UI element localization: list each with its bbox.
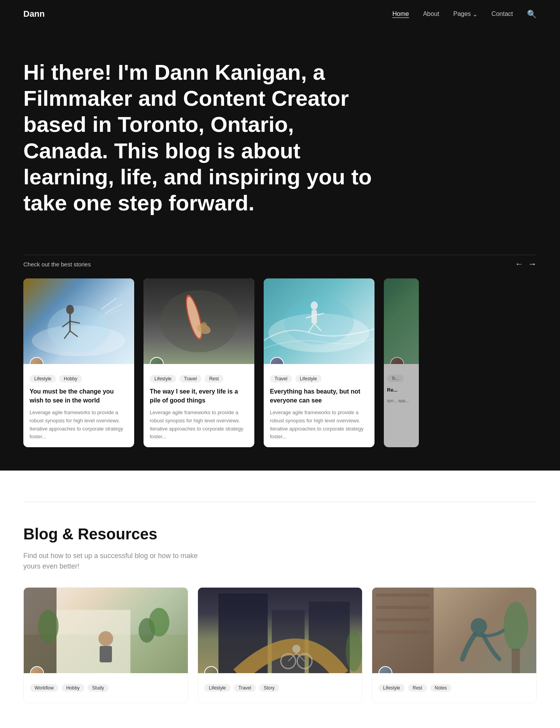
tag-hobby[interactable]: Hobby: [61, 684, 84, 692]
blog-card-image: [24, 588, 188, 673]
story-card-image: [264, 278, 374, 364]
svg-point-15: [201, 322, 207, 328]
blog-cards-container: Workflow Hobby Study: [23, 587, 537, 703]
tag-lifestyle[interactable]: Lifestyle: [30, 375, 56, 383]
tag-hobby[interactable]: Hobby: [59, 375, 82, 383]
stories-section: Check out the best stories ← →: [0, 255, 560, 471]
svg-rect-43: [376, 593, 430, 597]
story-excerpt-partial: syn... app...: [387, 397, 416, 404]
nav-pages[interactable]: Pages ⌄: [453, 10, 477, 18]
story-card-image: [144, 278, 254, 364]
tag-notes[interactable]: Notes: [430, 684, 452, 692]
story-title: The way I see it, every life is a pile o…: [150, 387, 248, 405]
blog-subtitle: Find out how to set up a successful blog…: [23, 551, 198, 572]
stories-prev-button[interactable]: ←: [515, 259, 523, 269]
search-icon[interactable]: 🔍: [527, 9, 537, 19]
story-card-image: [23, 278, 134, 364]
story-excerpt: Leverage agile frameworks to provide a r…: [30, 409, 128, 441]
svg-point-29: [38, 610, 59, 642]
blog-card-image: [198, 588, 362, 673]
svg-line-8: [101, 298, 117, 310]
story-card-partial: Tr... Re... syn... app...: [384, 278, 419, 447]
blog-card[interactable]: Lifestyle Travel Story: [198, 587, 362, 703]
hero-heading: Hi there! I'm Dann Kanigan, a Filmmaker …: [23, 59, 373, 216]
tag-row: Lifestyle Travel Rest: [150, 375, 248, 383]
svg-point-31: [149, 608, 170, 637]
story-excerpt: Leverage agile frameworks to provide a r…: [270, 409, 368, 441]
story-title-partial: Re...: [387, 387, 416, 394]
tag-row: Travel Lifestyle: [270, 375, 368, 383]
svg-point-48: [504, 602, 528, 651]
tag-lifestyle[interactable]: Lifestyle: [295, 375, 322, 383]
nav-home[interactable]: Home: [392, 10, 409, 18]
tag-rest[interactable]: Rest: [205, 375, 224, 383]
tag-travel[interactable]: Travel: [270, 375, 292, 383]
nav-contact[interactable]: Contact: [492, 10, 513, 18]
story-excerpt: Leverage agile frameworks to provide a r…: [150, 409, 248, 441]
chevron-down-icon: ⌄: [472, 10, 478, 18]
tag-travel[interactable]: Travel: [234, 684, 256, 692]
svg-point-2: [66, 305, 74, 314]
tag-story[interactable]: Story: [259, 684, 279, 692]
tag-travel[interactable]: Travel: [179, 375, 201, 383]
svg-point-39: [292, 645, 301, 653]
story-title: You must be the change you wish to see i…: [30, 387, 128, 405]
svg-rect-44: [376, 606, 430, 609]
blog-card-body: Lifestyle Rest Notes: [372, 673, 536, 703]
section-divider: [23, 502, 537, 502]
story-card-body: Travel Lifestyle Everything has beauty, …: [264, 364, 374, 447]
svg-point-1: [47, 306, 110, 352]
hero-section: Hi there! I'm Dann Kanigan, a Filmmaker …: [0, 28, 560, 255]
blog-card-body: Workflow Hobby Study: [24, 673, 188, 703]
story-card-body: Lifestyle Travel Rest The way I see it, …: [144, 364, 254, 447]
blog-section: Blog & Resources Find out how to set up …: [0, 471, 560, 726]
blog-card-body: Lifestyle Travel Story: [198, 673, 362, 703]
stories-header: Check out the best stories ← →: [23, 255, 537, 269]
stories-next-button[interactable]: →: [528, 259, 537, 269]
blog-card[interactable]: Lifestyle Rest Notes: [372, 587, 537, 703]
svg-rect-26: [56, 610, 130, 673]
svg-point-40: [346, 630, 362, 672]
blog-heading: Blog & Resources: [23, 525, 537, 543]
svg-point-18: [311, 301, 318, 310]
tag-study[interactable]: Study: [88, 684, 109, 692]
stories-cards-container: Lifestyle Hobby You must be the change y…: [23, 278, 537, 447]
tag-lifestyle[interactable]: Lifestyle: [378, 684, 405, 692]
story-card-body: Lifestyle Hobby You must be the change y…: [23, 364, 134, 447]
svg-rect-49: [512, 649, 520, 674]
tag-partial[interactable]: Tr...: [387, 375, 404, 382]
site-logo[interactable]: Dann: [23, 9, 45, 19]
story-title: Everything has beauty, but not everyone …: [270, 387, 368, 405]
avatar: [390, 357, 404, 364]
blog-card-image: [372, 588, 536, 673]
tag-row: Lifestyle Travel Story: [204, 684, 356, 692]
story-card[interactable]: Travel Lifestyle Everything has beauty, …: [264, 278, 374, 447]
navbar: Dann Home About Pages ⌄ Contact 🔍: [0, 0, 560, 28]
tag-workflow[interactable]: Workflow: [30, 684, 58, 692]
story-card-image-partial: [384, 278, 419, 364]
tag-lifestyle[interactable]: Lifestyle: [204, 684, 231, 692]
nav-about[interactable]: About: [423, 10, 439, 18]
blog-card[interactable]: Workflow Hobby Study: [23, 587, 188, 703]
tag-row: Lifestyle Rest Notes: [378, 684, 530, 692]
story-card[interactable]: Lifestyle Travel Rest The way I see it, …: [144, 278, 254, 447]
svg-rect-28: [100, 646, 112, 662]
stories-navigation: ← →: [515, 259, 537, 269]
svg-point-27: [98, 631, 113, 646]
svg-point-47: [471, 618, 487, 634]
tag-row: Lifestyle Hobby: [30, 375, 128, 383]
tag-lifestyle[interactable]: Lifestyle: [150, 375, 176, 383]
svg-rect-46: [376, 630, 430, 634]
story-card[interactable]: Lifestyle Hobby You must be the change y…: [23, 278, 134, 447]
nav-links: Home About Pages ⌄ Contact 🔍: [392, 9, 537, 19]
tag-rest[interactable]: Rest: [408, 684, 427, 692]
tag-row: Workflow Hobby Study: [30, 684, 182, 692]
svg-rect-19: [312, 310, 317, 324]
svg-point-17: [284, 298, 354, 345]
stories-label: Check out the best stories: [23, 261, 91, 268]
svg-rect-45: [376, 618, 430, 621]
